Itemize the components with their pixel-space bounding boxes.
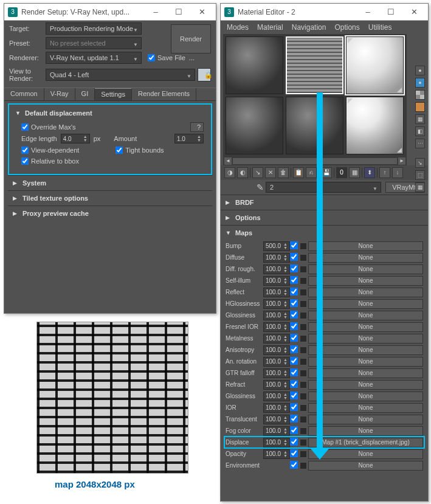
delete-icon[interactable]: 🗑 xyxy=(278,167,289,178)
map-slot-button[interactable]: None xyxy=(308,276,423,286)
map-slot-button[interactable]: None xyxy=(308,288,423,297)
map-slot-button[interactable]: None xyxy=(308,415,423,424)
edge-length-spinner[interactable]: 4.0▲▼ xyxy=(61,134,90,143)
map-amount-spinner[interactable]: 100.0▲▼ xyxy=(263,415,290,424)
make-copy-icon[interactable]: 📋 xyxy=(293,167,304,178)
map-amount-spinner[interactable]: 100.0▲▼ xyxy=(263,345,290,355)
minimize-button[interactable]: – xyxy=(356,4,379,20)
map-slot-button[interactable]: None xyxy=(308,357,423,367)
menu-material[interactable]: Material xyxy=(257,23,283,32)
map-enable-checkbox[interactable] xyxy=(290,380,300,389)
map-color-swatch[interactable] xyxy=(300,300,307,308)
tight-bounds-checkbox[interactable]: Tight bounds xyxy=(116,147,164,154)
map-amount-spinner[interactable]: 100.0▲▼ xyxy=(263,322,290,332)
select-by-mat-icon[interactable]: ↘ xyxy=(415,158,425,168)
rollout-brdf[interactable]: ▶BRDF xyxy=(221,196,428,209)
material-slot-4[interactable] xyxy=(226,97,283,154)
sample-uv-icon[interactable] xyxy=(415,102,425,112)
map-slot-button[interactable]: None xyxy=(308,403,423,413)
map-enable-checkbox[interactable] xyxy=(290,461,300,470)
map-enable-checkbox[interactable] xyxy=(290,415,300,424)
map-slot-button[interactable]: None xyxy=(308,392,423,401)
map-enable-checkbox[interactable] xyxy=(290,311,300,320)
options-icon[interactable]: ⋯ xyxy=(415,139,425,148)
map-enable-checkbox[interactable] xyxy=(290,392,300,401)
map-enable-checkbox[interactable] xyxy=(290,322,300,331)
video-color-icon[interactable]: ▦ xyxy=(415,114,425,124)
map-color-swatch[interactable] xyxy=(300,243,307,250)
relative-bbox-checkbox[interactable]: Relative to bbox xyxy=(21,157,79,165)
map-color-swatch[interactable] xyxy=(300,404,307,412)
map-amount-spinner[interactable]: 100.0▲▼ xyxy=(263,276,290,286)
map-amount-spinner[interactable]: 100.0▲▼ xyxy=(263,403,290,413)
rollout-options[interactable]: ▶Options xyxy=(221,212,428,224)
material-slot-1[interactable] xyxy=(226,36,283,94)
map-enable-checkbox[interactable] xyxy=(290,449,300,458)
map-slot-button[interactable]: None xyxy=(308,311,423,320)
eyedropper-icon[interactable]: ✎ xyxy=(257,182,264,192)
map-color-swatch[interactable] xyxy=(300,254,307,261)
menu-modes[interactable]: Modes xyxy=(227,23,249,32)
go-parent-icon[interactable]: ↑ xyxy=(379,167,390,178)
map-amount-spinner[interactable]: 100.0▲▼ xyxy=(263,380,290,390)
map-enable-checkbox[interactable] xyxy=(290,241,300,250)
map-amount-spinner[interactable]: 100.0▲▼ xyxy=(263,264,290,274)
map-enable-checkbox[interactable] xyxy=(290,288,300,297)
lock-view-button[interactable]: 🔒 xyxy=(198,68,211,81)
target-select[interactable]: Production Rendering Mode xyxy=(46,22,142,35)
map-slot-button[interactable]: None xyxy=(308,241,423,251)
material-name-field[interactable]: 2 xyxy=(266,182,381,193)
maximize-button[interactable]: ☐ xyxy=(379,4,402,20)
maximize-button[interactable]: ☐ xyxy=(167,4,190,20)
map-slot-button[interactable]: Map #1 (brick_displacement.jpg) xyxy=(308,438,423,447)
view-select[interactable]: Quad 4 - Left xyxy=(46,69,195,81)
map-color-swatch[interactable] xyxy=(300,347,307,354)
map-slot-button[interactable]: None xyxy=(308,322,423,332)
map-enable-checkbox[interactable] xyxy=(290,357,300,366)
override-max-checkbox[interactable]: Override Max's xyxy=(21,123,76,131)
map-color-swatch[interactable] xyxy=(300,289,307,296)
tab-settings[interactable]: Settings xyxy=(95,88,132,100)
tab-v-ray[interactable]: V-Ray xyxy=(44,88,75,100)
map-amount-spinner[interactable]: 100.0▲▼ xyxy=(263,449,290,459)
map-slot-button[interactable]: None xyxy=(308,345,423,355)
map-enable-checkbox[interactable] xyxy=(290,264,300,274)
map-slot-button[interactable]: None xyxy=(308,253,423,263)
map-color-swatch[interactable] xyxy=(300,427,307,435)
go-forward-icon[interactable]: ↓ xyxy=(392,167,403,178)
map-color-swatch[interactable] xyxy=(300,393,307,400)
map-amount-spinner[interactable]: 100.0▲▼ xyxy=(263,368,290,378)
map-amount-spinner[interactable]: 100.0▲▼ xyxy=(263,357,290,367)
map-color-swatch[interactable] xyxy=(300,370,307,377)
map-slot-button[interactable]: None xyxy=(308,334,423,343)
map-amount-spinner[interactable]: 100.0▲▼ xyxy=(263,392,290,401)
material-slot-2[interactable] xyxy=(286,36,343,94)
map-enable-checkbox[interactable] xyxy=(290,345,300,354)
material-slot-5[interactable] xyxy=(286,97,343,154)
material-id-0-icon[interactable]: 0 xyxy=(336,167,347,178)
assign-to-selection-icon[interactable]: ↘ xyxy=(252,167,263,178)
show-map-icon[interactable]: ▦ xyxy=(349,167,360,178)
map-color-swatch[interactable] xyxy=(300,416,307,423)
tab-render-elements[interactable]: Render Elements xyxy=(132,88,196,100)
tab-gi[interactable]: GI xyxy=(75,88,95,100)
map-color-swatch[interactable] xyxy=(300,358,307,365)
show-end-result-icon[interactable]: ⬍ xyxy=(364,167,375,178)
amount-spinner[interactable]: 1.0▲▼ xyxy=(174,134,204,143)
material-slot-3[interactable] xyxy=(346,36,404,94)
map-slot-button[interactable]: None xyxy=(308,380,423,390)
map-color-swatch[interactable] xyxy=(300,381,307,388)
rollout-proxy-preview-cache[interactable]: ▶Proxy preview cache xyxy=(8,207,212,219)
make-unique-icon[interactable]: ⎌ xyxy=(306,167,317,178)
map-color-swatch[interactable] xyxy=(300,266,307,273)
material-id-icon[interactable]: ⬚ xyxy=(415,170,425,180)
default-displacement-rollout[interactable]: ▼ Default displacement xyxy=(10,107,210,119)
map-slot-button[interactable]: None xyxy=(308,426,423,436)
map-color-swatch[interactable] xyxy=(300,439,307,446)
backlight-icon[interactable]: ● xyxy=(415,78,425,88)
map-color-swatch[interactable] xyxy=(300,312,307,319)
material-slot-6[interactable] xyxy=(346,97,404,154)
preview-icon[interactable]: ◧ xyxy=(415,126,425,136)
map-amount-spinner[interactable]: 100.0▲▼ xyxy=(263,299,290,309)
map-slot-button[interactable]: None xyxy=(308,461,423,471)
